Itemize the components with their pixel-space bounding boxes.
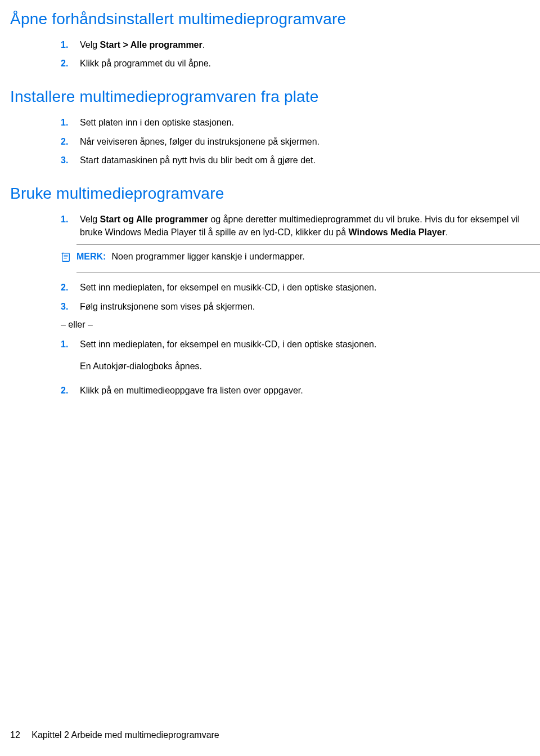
step-text: Klikk på en multimedieoppgave fra listen… (80, 384, 534, 397)
section2-step-1: 1. Sett platen inn i den optiske stasjon… (61, 116, 534, 129)
step-text: Følg instruksjonene som vises på skjerme… (80, 300, 534, 313)
note-rule-bottom (76, 272, 540, 273)
section1-step-1: 1. Velg Start > Alle programmer. (61, 38, 534, 51)
section3-step-1: 1. Velg Start og Alle programmer og åpne… (61, 213, 534, 239)
svg-rect-0 (62, 253, 70, 261)
section2-step-3: 3. Start datamaskinen på nytt hvis du bl… (61, 154, 534, 167)
section2-step-2: 2. Når veiviseren åpnes, følger du instr… (61, 135, 534, 148)
note-icon (61, 252, 73, 265)
section3-alt-step-1: 1. Sett inn medieplaten, for eksempel en… (61, 338, 534, 378)
step-number: 2. (61, 57, 80, 70)
step-number: 1. (61, 38, 80, 51)
note-rule-top (76, 244, 540, 245)
note-text: Noen programmer ligger kanskje i underma… (111, 252, 304, 262)
step-text: Velg Start > Alle programmer. (80, 38, 534, 51)
step-number: 1. (61, 338, 80, 351)
chapter-title: Kapittel 2 Arbeide med multimedieprogram… (32, 730, 219, 740)
step-sub-text: En Autokjør-dialogboks åpnes. (80, 360, 534, 373)
note-row: MERK: Noen programmer ligger kanskje i u… (10, 252, 540, 265)
section1-steps: 1. Velg Start > Alle programmer. 2. Klik… (10, 38, 540, 70)
step-number: 2. (61, 135, 80, 148)
heading-open-preinstalled: Åpne forhåndsinstallert multimedieprogra… (10, 10, 540, 28)
note-label: MERK: (76, 252, 106, 262)
step-text: Velg Start og Alle programmer og åpne de… (80, 213, 534, 239)
section3-alt-steps: 1. Sett inn medieplaten, for eksempel en… (10, 338, 540, 397)
heading-install-from-disc: Installere multimedieprogramvaren fra pl… (10, 88, 540, 106)
step-text: Sett inn medieplaten, for eksempel en mu… (80, 338, 534, 378)
step-text: Start datamaskinen på nytt hvis du blir … (80, 154, 534, 167)
step-text: Når veiviseren åpnes, følger du instruks… (80, 135, 534, 148)
page-number: 12 (10, 730, 20, 740)
step-number: 2. (61, 281, 80, 294)
section3-steps-cont: 2. Sett inn medieplaten, for eksempel en… (10, 281, 540, 312)
step-number: 3. (61, 154, 80, 167)
step-number: 3. (61, 300, 80, 313)
section3-alt-step-2: 2. Klikk på en multimedieoppgave fra lis… (61, 384, 534, 397)
section3-step-3: 3. Følg instruksjonene som vises på skje… (61, 300, 534, 313)
section2-steps: 1. Sett platen inn i den optiske stasjon… (10, 116, 540, 167)
step-number: 1. (61, 213, 80, 226)
section1-step-2: 2. Klikk på programmet du vil åpne. (61, 57, 534, 70)
or-connector: – eller – (10, 320, 540, 330)
page-footer: 12 Kapittel 2 Arbeide med multimedieprog… (10, 730, 219, 740)
step-number: 2. (61, 384, 80, 397)
section3-step-2: 2. Sett inn medieplaten, for eksempel en… (61, 281, 534, 294)
step-text: Sett platen inn i den optiske stasjonen. (80, 116, 534, 129)
step-text: Klikk på programmet du vil åpne. (80, 57, 534, 70)
heading-use-multimedia: Bruke multimedieprogramvare (10, 185, 540, 203)
step-text: Sett inn medieplaten, for eksempel en mu… (80, 281, 534, 294)
section3-steps: 1. Velg Start og Alle programmer og åpne… (10, 213, 540, 239)
step-number: 1. (61, 116, 80, 129)
